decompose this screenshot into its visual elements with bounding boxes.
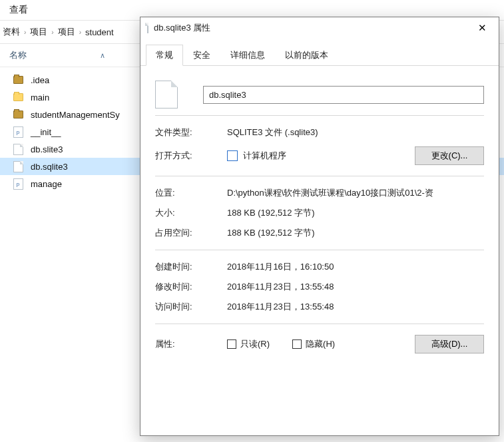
label-sizeondisk: 占用空间:	[155, 227, 227, 239]
chevron-right-icon: ›	[24, 29, 26, 36]
python-file-icon: p	[12, 178, 24, 190]
label-size: 大小:	[155, 207, 227, 219]
checkbox-hidden[interactable]: 隐藏(H)	[292, 338, 335, 350]
checkbox-box-icon	[227, 339, 236, 349]
file-name: db.slite3	[31, 144, 63, 154]
breadcrumb-part[interactable]: 项目	[30, 26, 47, 38]
file-name: manage	[31, 179, 62, 189]
checkbox-readonly[interactable]: 只读(R)	[227, 338, 270, 350]
separator	[155, 250, 484, 250]
label-accessed: 访问时间:	[155, 301, 227, 313]
close-button[interactable]: ✕	[467, 18, 497, 38]
value-created: 2018年11月16日，16:10:50	[227, 261, 484, 273]
breadcrumb-part[interactable]: 资料	[3, 26, 20, 38]
folder-icon	[12, 91, 24, 103]
value-sizeondisk: 188 KB (192,512 字节)	[227, 227, 484, 239]
file-name: db.sqlite3	[31, 162, 68, 172]
tab-body-general: db.sqlite3 文件类型: SQLITE3 文件 (.sqlite3) 打…	[140, 66, 499, 435]
file-name: studentManagementSy	[31, 110, 120, 120]
label-attributes: 属性:	[155, 338, 227, 350]
value-modified: 2018年11月23日，13:55:48	[227, 281, 484, 293]
file-name: .idea	[31, 75, 49, 85]
breadcrumb-part[interactable]: 项目	[58, 26, 75, 38]
file-icon	[12, 143, 24, 155]
label-openwith: 打开方式:	[155, 150, 227, 162]
file-big-icon	[155, 81, 178, 109]
file-icon	[147, 23, 148, 33]
tab-strip: 常规 安全 详细信息 以前的版本	[140, 39, 499, 66]
folder-icon	[12, 109, 24, 120]
tab-general[interactable]: 常规	[146, 45, 183, 66]
label-filetype: 文件类型:	[155, 126, 227, 138]
tab-security[interactable]: 安全	[183, 45, 220, 66]
value-accessed: 2018年11月23日，13:55:48	[227, 301, 484, 313]
label-location: 位置:	[155, 187, 227, 199]
advanced-button[interactable]: 高级(D)...	[415, 335, 484, 353]
checkbox-readonly-label: 只读(R)	[240, 338, 270, 350]
checkbox-box-icon	[292, 339, 302, 349]
value-size: 188 KB (192,512 字节)	[227, 207, 484, 219]
properties-dialog: db.sqlite3 属性 ✕ 常规 安全 详细信息 以前的版本 db.sqli…	[140, 17, 499, 436]
filename-input[interactable]: db.sqlite3	[203, 86, 484, 104]
change-button[interactable]: 更改(C)...	[415, 146, 484, 165]
breadcrumb-part[interactable]: student	[85, 27, 114, 37]
column-label: 名称	[9, 49, 27, 61]
file-name: __init__	[31, 127, 61, 137]
label-created: 创建时间:	[155, 261, 227, 273]
file-name: main	[31, 93, 49, 103]
label-modified: 修改时间:	[155, 281, 227, 293]
folder-icon	[12, 74, 24, 86]
separator	[155, 115, 484, 116]
chevron-right-icon: ›	[79, 29, 81, 36]
value-filetype: SQLITE3 文件 (.sqlite3)	[227, 126, 484, 138]
checkbox-hidden-label: 隐藏(H)	[306, 338, 335, 350]
separator	[155, 324, 484, 324]
value-location: D:\python课程\软件测试班课程\day10接口测试01\2-资	[227, 187, 484, 199]
value-openwith: 计算机程序	[243, 150, 286, 162]
tab-previous-versions[interactable]: 以前的版本	[275, 45, 338, 66]
python-file-icon: p	[12, 126, 24, 138]
separator	[155, 176, 484, 176]
file-icon	[12, 160, 24, 172]
app-icon	[227, 150, 238, 161]
chevron-right-icon: ›	[51, 29, 53, 36]
titlebar[interactable]: db.sqlite3 属性 ✕	[140, 17, 499, 39]
dialog-title: db.sqlite3 属性	[154, 22, 467, 34]
sort-asc-icon: ∧	[100, 51, 105, 60]
tab-details[interactable]: 详细信息	[220, 45, 275, 66]
